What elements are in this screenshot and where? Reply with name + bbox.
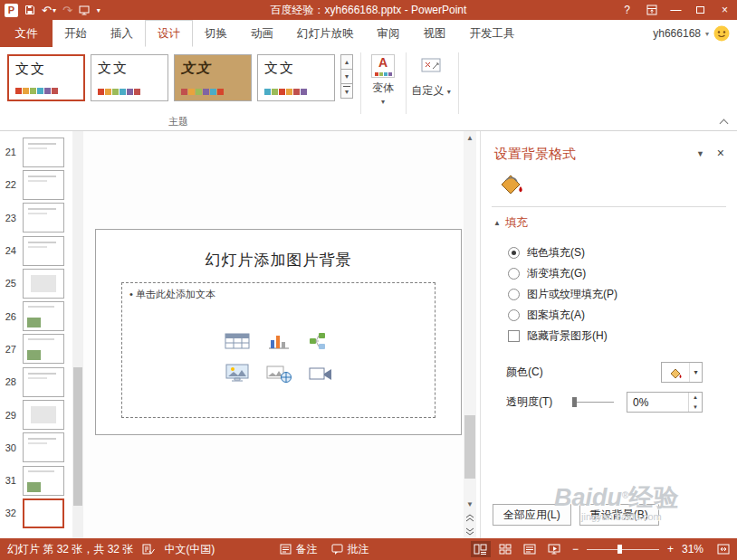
option-pattern-fill[interactable]: 图案填充(A)	[508, 305, 737, 326]
slide-thumbnail[interactable]	[23, 466, 64, 496]
color-dropdown-icon[interactable]: ▾	[690, 368, 702, 376]
normal-view-button[interactable]	[471, 541, 491, 557]
reset-background-button[interactable]: 重设背景(B)	[579, 504, 659, 526]
option-hide-background-graphics[interactable]: 隐藏背景图形(H)	[508, 326, 737, 346]
editor-scrollbar-track[interactable]	[464, 145, 476, 484]
start-slideshow-button[interactable]	[79, 1, 90, 19]
slide-row-24[interactable]: 24	[0, 234, 71, 267]
tab-review[interactable]: 审阅	[366, 20, 412, 47]
slide-thumbnail[interactable]	[23, 170, 64, 200]
redo-button[interactable]: ↷	[62, 1, 72, 19]
slide-thumbnail[interactable]	[23, 334, 64, 364]
slide-thumbnail-selected[interactable]	[23, 498, 64, 528]
zoom-slider-thumb[interactable]	[617, 545, 622, 554]
option-solid-fill[interactable]: 纯色填充(S)	[508, 242, 737, 263]
tab-slideshow[interactable]: 幻灯片放映	[285, 20, 366, 47]
tab-design[interactable]: 设计	[145, 20, 193, 47]
avatar[interactable]	[713, 25, 730, 42]
fill-section-header[interactable]: ▲填充	[493, 215, 737, 231]
slide-row-32[interactable]: 32	[0, 497, 71, 529]
customize-qat-button[interactable]: ▾	[96, 1, 100, 19]
account-area[interactable]: yh666168 ▾	[653, 20, 737, 47]
insert-online-picture-icon[interactable]	[263, 361, 294, 386]
fill-bucket-icon[interactable]	[495, 170, 526, 199]
slide-row-29[interactable]: 29	[0, 398, 71, 431]
zoom-in-button[interactable]: +	[667, 543, 674, 555]
comments-button[interactable]: 批注	[331, 542, 368, 557]
theme-thumbnail-1[interactable]: 文文	[7, 54, 85, 101]
tab-transitions[interactable]: 切换	[193, 20, 239, 47]
transparency-value[interactable]: 0%	[627, 396, 688, 409]
slide-thumbnail[interactable]	[23, 432, 64, 462]
thumbnails-scrollbar-thumb[interactable]	[73, 367, 82, 506]
tab-insert[interactable]: 插入	[99, 20, 145, 47]
fit-to-window-button[interactable]	[717, 544, 730, 555]
gallery-up-button[interactable]: ▴	[340, 54, 353, 70]
slide-thumbnail[interactable]	[23, 138, 64, 167]
collapse-ribbon-icon[interactable]	[718, 118, 729, 127]
content-placeholder[interactable]: • 单击此处添加文本	[121, 282, 436, 418]
tab-developer[interactable]: 开发工具	[458, 20, 527, 47]
slide-row-27[interactable]: 27	[0, 333, 71, 365]
zoom-out-button[interactable]: −	[572, 543, 579, 555]
language-indicator[interactable]: 中文(中国)	[164, 542, 215, 557]
insert-table-icon[interactable]	[222, 328, 253, 354]
close-button[interactable]: ×	[713, 0, 737, 20]
scroll-down-icon[interactable]: ▼	[464, 498, 476, 511]
slide-canvas[interactable]: 幻灯片添加图片背景 • 单击此处添加文本	[95, 229, 462, 435]
option-picture-texture-fill[interactable]: 图片或纹理填充(P)	[508, 284, 737, 305]
help-button[interactable]: ?	[615, 0, 639, 20]
transparency-slider-thumb[interactable]	[572, 397, 577, 407]
slide-thumbnail[interactable]	[23, 367, 64, 397]
scroll-up-icon[interactable]: ▲	[464, 131, 476, 145]
spin-down-icon[interactable]: ▼	[689, 403, 702, 413]
slide-thumbnail[interactable]	[23, 203, 64, 233]
theme-thumbnail-3[interactable]: 文文	[174, 54, 252, 101]
tab-home[interactable]: 开始	[53, 20, 99, 47]
slide-row-25[interactable]: 25	[0, 267, 71, 299]
ribbon-display-options-button[interactable]	[639, 0, 664, 20]
next-slide-button[interactable]	[464, 525, 476, 538]
gallery-more-button[interactable]: ▾	[340, 83, 353, 99]
pane-collapse-icon[interactable]: ▼	[696, 149, 704, 158]
slide-row-28[interactable]: 28	[0, 365, 71, 398]
slide-row-26[interactable]: 26	[0, 299, 71, 332]
slide-row-23[interactable]: 23	[0, 202, 71, 234]
slide-row-31[interactable]: 31	[0, 464, 71, 497]
theme-thumbnail-2[interactable]: 文文	[91, 54, 168, 101]
slide-thumbnail[interactable]	[23, 269, 64, 299]
zoom-level[interactable]: 31%	[682, 543, 709, 555]
editor-scrollbar-thumb[interactable]	[464, 415, 475, 479]
notes-button[interactable]: 备注	[280, 542, 317, 557]
insert-chart-icon[interactable]	[263, 328, 294, 354]
slide-thumbnail[interactable]	[23, 301, 64, 331]
editor-scrollbar[interactable]: ▲ ▼	[464, 131, 476, 538]
apply-all-button[interactable]: 全部应用(L)	[493, 504, 571, 526]
tab-animations[interactable]: 动画	[239, 20, 285, 47]
gallery-down-button[interactable]: ▾	[340, 69, 353, 84]
variants-button[interactable]: A 变体 ▾	[364, 51, 402, 127]
option-gradient-fill[interactable]: 渐变填充(G)	[508, 263, 737, 284]
account-name[interactable]: yh666168	[653, 27, 701, 40]
zoom-slider[interactable]	[587, 544, 659, 555]
thumbnails-scrollbar[interactable]	[72, 131, 83, 538]
tab-file[interactable]: 文件	[0, 20, 53, 47]
slide-title[interactable]: 幻灯片添加图片背景	[96, 250, 461, 271]
slide-row-30[interactable]: 30	[0, 432, 71, 464]
transparency-slider[interactable]	[572, 396, 614, 408]
transparency-spinner[interactable]: 0% ▲ ▼	[627, 392, 703, 413]
slide-thumbnail[interactable]	[23, 236, 64, 266]
spin-up-icon[interactable]: ▲	[689, 393, 702, 403]
theme-thumbnail-4[interactable]: 文文	[257, 54, 335, 101]
minimize-button[interactable]: —	[664, 0, 688, 20]
slide-counter[interactable]: 幻灯片 第 32 张，共 32 张	[7, 542, 133, 557]
insert-video-icon[interactable]	[305, 361, 336, 386]
proofing-button[interactable]	[142, 544, 155, 555]
slide-sorter-view-button[interactable]	[495, 541, 515, 557]
slide-row-22[interactable]: 22	[0, 168, 71, 201]
slide-row-21[interactable]: 21	[0, 136, 71, 168]
reading-view-button[interactable]	[520, 541, 540, 557]
insert-smartart-icon[interactable]	[305, 328, 336, 354]
customize-button[interactable]: 自定义 ▾	[409, 51, 453, 127]
pane-close-icon[interactable]: ×	[717, 146, 724, 160]
